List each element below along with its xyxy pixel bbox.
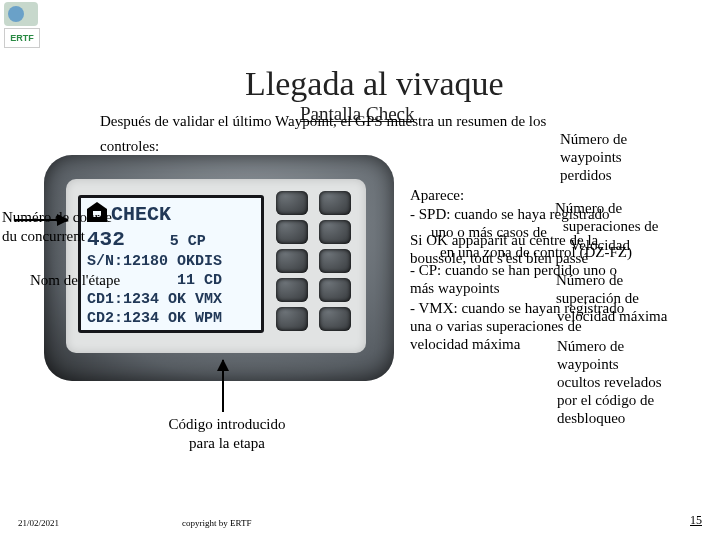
screen-cd1: CD1:1234 xyxy=(87,291,159,308)
logo-glyph xyxy=(4,2,38,26)
screen-okwpm: OK WPM xyxy=(168,310,222,327)
right-text: una o varias superaciones de xyxy=(410,318,582,335)
logo-text: ERTF xyxy=(10,33,34,43)
right-text: Número de xyxy=(560,131,627,148)
right-text: Aparece: xyxy=(410,187,464,204)
device-key xyxy=(319,278,351,302)
right-text: ocultos revelados xyxy=(557,374,662,391)
right-text: Número de xyxy=(556,272,623,289)
device-key xyxy=(319,307,351,331)
description-line-1: Después de validar el último Waypoint, e… xyxy=(100,113,546,130)
screen-okdis: OKDIS xyxy=(177,253,222,270)
screen-okvmx: OK VMX xyxy=(168,291,222,308)
right-text: perdidos xyxy=(560,167,612,184)
right-text: waypoints xyxy=(557,356,619,373)
device-faceplate: CHECK 432 5 CP S/N:12180 OKDIS 11 CD CD1… xyxy=(66,179,366,353)
annotation-left-1: Numéro de course du concurrent xyxy=(2,208,142,246)
right-text: por el código de xyxy=(557,392,654,409)
device-key xyxy=(319,191,351,215)
screen-sn: S/N:12180 xyxy=(87,253,168,270)
screen-cd2: CD2:1234 xyxy=(87,310,159,327)
description-line-2: controles: xyxy=(100,138,159,155)
right-text: más waypoints xyxy=(410,280,500,297)
device-keypad xyxy=(276,191,356,331)
device-key xyxy=(319,249,351,273)
device-key xyxy=(276,220,308,244)
footer-copyright: copyright by ERTF xyxy=(182,518,251,528)
screen-cp: 5 CP xyxy=(170,233,206,250)
arrow-up-icon xyxy=(222,360,224,412)
right-text: en una zona de control (DZ-FZ) xyxy=(440,244,632,261)
gps-device: CHECK 432 5 CP S/N:12180 OKDIS 11 CD CD1… xyxy=(44,155,394,381)
annotation-left-2: Nom de l'étape xyxy=(30,271,150,290)
footer-page-number: 15 xyxy=(690,513,702,528)
right-text: velocidad máxima xyxy=(410,336,520,353)
right-text: waypoints xyxy=(560,149,622,166)
annotation-bottom: Código introducido para la etapa xyxy=(152,415,302,453)
right-text: desbloqueo xyxy=(557,410,625,427)
device-key xyxy=(276,307,308,331)
device-key xyxy=(276,278,308,302)
screen-cd: 11 CD xyxy=(177,272,222,289)
brand-logo: ERTF xyxy=(4,2,44,48)
logo-text-box: ERTF xyxy=(4,28,40,48)
device-key xyxy=(276,249,308,273)
device-key xyxy=(276,191,308,215)
footer-date: 21/02/2021 xyxy=(18,518,59,528)
slide-title: Llegada al vivaque xyxy=(245,65,504,103)
device-key xyxy=(319,220,351,244)
right-text: Número de xyxy=(557,338,624,355)
